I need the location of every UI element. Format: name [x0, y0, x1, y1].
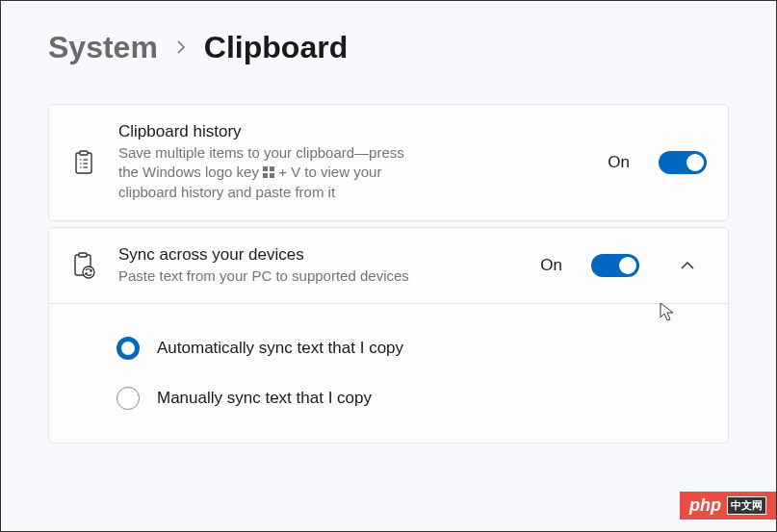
breadcrumb: System Clipboard	[48, 30, 729, 65]
svg-rect-1	[80, 151, 88, 155]
svg-rect-13	[79, 253, 87, 257]
radio-unselected-icon	[117, 387, 140, 410]
sync-devices-title: Sync across your devices	[118, 245, 519, 265]
clipboard-history-state: On	[608, 153, 630, 172]
chevron-right-icon	[175, 37, 187, 59]
sync-devices-description: Paste text from your PC to supported dev…	[118, 266, 417, 286]
sync-manual-label: Manually sync text that I copy	[157, 389, 372, 408]
sync-options-panel: Automatically sync text that I copy Manu…	[49, 303, 728, 443]
breadcrumb-parent[interactable]: System	[48, 30, 158, 65]
radio-selected-icon	[117, 337, 140, 360]
sync-devices-card: Sync across your devices Paste text from…	[48, 227, 729, 443]
clipboard-sync-icon	[70, 252, 97, 279]
svg-rect-8	[263, 166, 268, 171]
clipboard-history-card: Clipboard history Save multiple items to…	[48, 104, 729, 221]
sync-auto-label: Automatically sync text that I copy	[157, 339, 403, 358]
svg-rect-10	[263, 173, 268, 178]
svg-point-14	[83, 266, 94, 278]
sync-devices-state: On	[540, 256, 562, 275]
clipboard-history-row[interactable]: Clipboard history Save multiple items to…	[49, 105, 728, 220]
clipboard-history-toggle[interactable]	[659, 151, 707, 174]
clipboard-history-description: Save multiple items to your clipboard—pr…	[118, 143, 417, 203]
sync-manual-option[interactable]: Manually sync text that I copy	[117, 373, 707, 423]
page-title: Clipboard	[204, 30, 348, 65]
clipboard-history-title: Clipboard history	[118, 122, 586, 141]
sync-auto-option[interactable]: Automatically sync text that I copy	[117, 323, 707, 373]
sync-devices-row[interactable]: Sync across your devices Paste text from…	[49, 228, 728, 303]
sync-devices-toggle[interactable]	[591, 254, 639, 277]
clipboard-list-icon	[70, 150, 97, 175]
chevron-up-icon	[681, 261, 694, 270]
expand-collapse-button[interactable]	[668, 261, 707, 270]
windows-logo-icon	[263, 164, 274, 183]
watermark-badge: php 中文网	[680, 492, 776, 519]
